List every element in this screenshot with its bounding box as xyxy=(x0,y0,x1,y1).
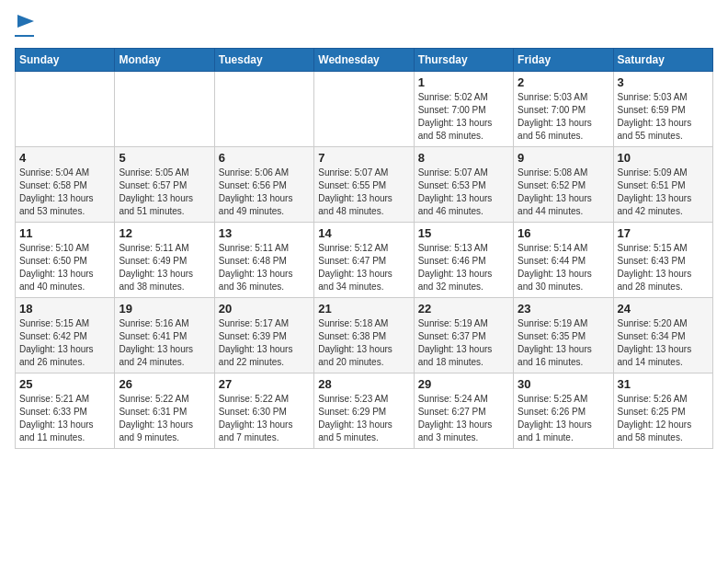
svg-marker-0 xyxy=(17,15,34,28)
day-info: Sunrise: 5:19 AM Sunset: 6:35 PM Dayligh… xyxy=(518,317,609,369)
column-header-friday: Friday xyxy=(514,49,613,72)
calendar-cell: 1Sunrise: 5:02 AM Sunset: 7:00 PM Daylig… xyxy=(414,72,513,147)
day-number: 2 xyxy=(518,75,609,89)
day-number: 31 xyxy=(618,377,709,391)
calendar-cell: 5Sunrise: 5:05 AM Sunset: 6:57 PM Daylig… xyxy=(115,147,214,223)
calendar-week-row: 1Sunrise: 5:02 AM Sunset: 7:00 PM Daylig… xyxy=(16,72,713,147)
day-number: 4 xyxy=(19,151,110,165)
calendar-cell: 26Sunrise: 5:22 AM Sunset: 6:31 PM Dayli… xyxy=(115,373,214,449)
calendar-cell: 4Sunrise: 5:04 AM Sunset: 6:58 PM Daylig… xyxy=(16,147,115,223)
day-number: 12 xyxy=(119,226,210,240)
logo-flag-icon xyxy=(17,15,34,31)
day-info: Sunrise: 5:15 AM Sunset: 6:43 PM Dayligh… xyxy=(618,242,709,293)
calendar-cell: 15Sunrise: 5:13 AM Sunset: 6:46 PM Dayli… xyxy=(414,223,513,298)
day-number: 15 xyxy=(418,226,509,240)
column-header-monday: Monday xyxy=(115,49,214,72)
calendar-cell: 28Sunrise: 5:23 AM Sunset: 6:29 PM Dayli… xyxy=(314,373,414,449)
calendar-cell: 12Sunrise: 5:11 AM Sunset: 6:49 PM Dayli… xyxy=(115,223,214,298)
page-header xyxy=(15,15,713,37)
calendar-cell: 10Sunrise: 5:09 AM Sunset: 6:51 PM Dayli… xyxy=(613,147,712,223)
day-info: Sunrise: 5:17 AM Sunset: 6:39 PM Dayligh… xyxy=(219,317,310,369)
day-number: 26 xyxy=(119,377,210,391)
day-info: Sunrise: 5:26 AM Sunset: 6:25 PM Dayligh… xyxy=(618,393,709,444)
day-info: Sunrise: 5:03 AM Sunset: 7:00 PM Dayligh… xyxy=(518,91,609,143)
day-info: Sunrise: 5:22 AM Sunset: 6:31 PM Dayligh… xyxy=(119,393,210,444)
day-info: Sunrise: 5:09 AM Sunset: 6:51 PM Dayligh… xyxy=(618,167,709,218)
day-info: Sunrise: 5:04 AM Sunset: 6:58 PM Dayligh… xyxy=(19,167,110,218)
day-info: Sunrise: 5:24 AM Sunset: 6:27 PM Dayligh… xyxy=(418,393,509,444)
day-info: Sunrise: 5:25 AM Sunset: 6:26 PM Dayligh… xyxy=(518,393,609,444)
day-number: 22 xyxy=(418,302,509,316)
calendar-cell: 8Sunrise: 5:07 AM Sunset: 6:53 PM Daylig… xyxy=(414,147,513,223)
day-info: Sunrise: 5:07 AM Sunset: 6:55 PM Dayligh… xyxy=(318,167,409,218)
calendar-cell: 17Sunrise: 5:15 AM Sunset: 6:43 PM Dayli… xyxy=(613,223,712,298)
day-number: 9 xyxy=(518,151,609,165)
day-info: Sunrise: 5:14 AM Sunset: 6:44 PM Dayligh… xyxy=(518,242,609,293)
day-number: 24 xyxy=(618,302,709,316)
day-info: Sunrise: 5:20 AM Sunset: 6:34 PM Dayligh… xyxy=(618,317,709,369)
day-info: Sunrise: 5:19 AM Sunset: 6:37 PM Dayligh… xyxy=(418,317,509,369)
day-number: 29 xyxy=(418,377,509,391)
day-number: 18 xyxy=(19,302,110,316)
day-info: Sunrise: 5:06 AM Sunset: 6:56 PM Dayligh… xyxy=(219,167,310,218)
day-info: Sunrise: 5:05 AM Sunset: 6:57 PM Dayligh… xyxy=(119,167,210,218)
calendar-cell xyxy=(214,72,313,147)
calendar-cell: 13Sunrise: 5:11 AM Sunset: 6:48 PM Dayli… xyxy=(214,223,313,298)
day-info: Sunrise: 5:23 AM Sunset: 6:29 PM Dayligh… xyxy=(318,393,409,444)
calendar-table: SundayMondayTuesdayWednesdayThursdayFrid… xyxy=(15,48,713,449)
day-number: 3 xyxy=(618,75,709,89)
column-header-wednesday: Wednesday xyxy=(314,49,414,72)
calendar-week-row: 25Sunrise: 5:21 AM Sunset: 6:33 PM Dayli… xyxy=(16,373,713,449)
calendar-cell xyxy=(115,72,214,147)
day-number: 11 xyxy=(19,226,110,240)
day-info: Sunrise: 5:10 AM Sunset: 6:50 PM Dayligh… xyxy=(19,242,110,293)
day-info: Sunrise: 5:07 AM Sunset: 6:53 PM Dayligh… xyxy=(418,167,509,218)
calendar-cell: 16Sunrise: 5:14 AM Sunset: 6:44 PM Dayli… xyxy=(514,223,613,298)
day-number: 10 xyxy=(618,151,709,165)
day-info: Sunrise: 5:15 AM Sunset: 6:42 PM Dayligh… xyxy=(19,317,110,369)
day-info: Sunrise: 5:11 AM Sunset: 6:48 PM Dayligh… xyxy=(219,242,310,293)
day-number: 21 xyxy=(318,302,409,316)
day-number: 16 xyxy=(518,226,609,240)
calendar-cell: 29Sunrise: 5:24 AM Sunset: 6:27 PM Dayli… xyxy=(414,373,513,449)
column-header-saturday: Saturday xyxy=(613,49,712,72)
column-header-sunday: Sunday xyxy=(16,49,115,72)
day-info: Sunrise: 5:03 AM Sunset: 6:59 PM Dayligh… xyxy=(618,91,709,143)
day-number: 28 xyxy=(318,377,409,391)
day-number: 25 xyxy=(19,377,110,391)
calendar-cell: 22Sunrise: 5:19 AM Sunset: 6:37 PM Dayli… xyxy=(414,298,513,373)
calendar-cell: 11Sunrise: 5:10 AM Sunset: 6:50 PM Dayli… xyxy=(16,223,115,298)
day-number: 14 xyxy=(318,226,409,240)
day-info: Sunrise: 5:02 AM Sunset: 7:00 PM Dayligh… xyxy=(418,91,509,143)
day-info: Sunrise: 5:11 AM Sunset: 6:49 PM Dayligh… xyxy=(119,242,210,293)
calendar-cell: 24Sunrise: 5:20 AM Sunset: 6:34 PM Dayli… xyxy=(613,298,712,373)
day-info: Sunrise: 5:12 AM Sunset: 6:47 PM Dayligh… xyxy=(318,242,409,293)
calendar-cell: 25Sunrise: 5:21 AM Sunset: 6:33 PM Dayli… xyxy=(16,373,115,449)
day-info: Sunrise: 5:22 AM Sunset: 6:30 PM Dayligh… xyxy=(219,393,310,444)
calendar-header-row: SundayMondayTuesdayWednesdayThursdayFrid… xyxy=(16,49,713,72)
day-info: Sunrise: 5:21 AM Sunset: 6:33 PM Dayligh… xyxy=(19,393,110,444)
day-number: 27 xyxy=(219,377,310,391)
calendar-cell: 27Sunrise: 5:22 AM Sunset: 6:30 PM Dayli… xyxy=(214,373,313,449)
day-number: 6 xyxy=(219,151,310,165)
day-info: Sunrise: 5:13 AM Sunset: 6:46 PM Dayligh… xyxy=(418,242,509,293)
calendar-week-row: 11Sunrise: 5:10 AM Sunset: 6:50 PM Dayli… xyxy=(16,223,713,298)
column-header-tuesday: Tuesday xyxy=(214,49,313,72)
calendar-cell: 23Sunrise: 5:19 AM Sunset: 6:35 PM Dayli… xyxy=(514,298,613,373)
day-number: 13 xyxy=(219,226,310,240)
calendar-cell: 19Sunrise: 5:16 AM Sunset: 6:41 PM Dayli… xyxy=(115,298,214,373)
calendar-cell: 14Sunrise: 5:12 AM Sunset: 6:47 PM Dayli… xyxy=(314,223,414,298)
column-header-thursday: Thursday xyxy=(414,49,513,72)
day-number: 30 xyxy=(518,377,609,391)
day-number: 1 xyxy=(418,75,509,89)
calendar-cell: 9Sunrise: 5:08 AM Sunset: 6:52 PM Daylig… xyxy=(514,147,613,223)
calendar-cell xyxy=(314,72,414,147)
calendar-cell: 31Sunrise: 5:26 AM Sunset: 6:25 PM Dayli… xyxy=(613,373,712,449)
calendar-cell: 7Sunrise: 5:07 AM Sunset: 6:55 PM Daylig… xyxy=(314,147,414,223)
calendar-cell xyxy=(16,72,115,147)
day-number: 7 xyxy=(318,151,409,165)
day-info: Sunrise: 5:16 AM Sunset: 6:41 PM Dayligh… xyxy=(119,317,210,369)
day-number: 8 xyxy=(418,151,509,165)
day-number: 19 xyxy=(119,302,210,316)
calendar-cell: 30Sunrise: 5:25 AM Sunset: 6:26 PM Dayli… xyxy=(514,373,613,449)
